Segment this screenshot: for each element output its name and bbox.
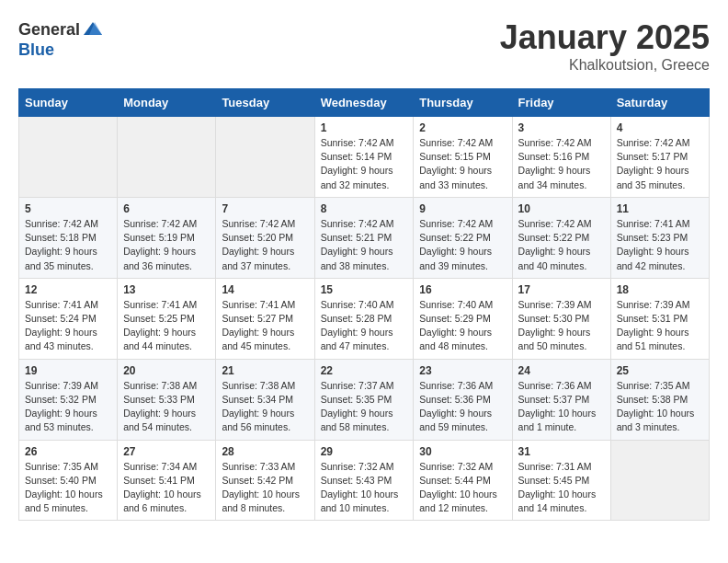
day-number: 20: [123, 364, 210, 377]
day-info: Sunrise: 7:42 AMSunset: 5:18 PMDaylight:…: [25, 217, 111, 273]
location: Khalkoutsion, Greece: [500, 57, 710, 74]
day-number: 3: [518, 121, 605, 134]
day-info: Sunrise: 7:42 AMSunset: 5:17 PMDaylight:…: [617, 136, 703, 192]
calendar-week-row: 1Sunrise: 7:42 AMSunset: 5:14 PMDaylight…: [19, 117, 710, 198]
day-info: Sunrise: 7:42 AMSunset: 5:14 PMDaylight:…: [321, 136, 408, 192]
day-info: Sunrise: 7:42 AMSunset: 5:20 PMDaylight:…: [222, 217, 308, 273]
calendar-cell: 6Sunrise: 7:42 AMSunset: 5:19 PMDaylight…: [118, 197, 216, 278]
calendar-cell: 13Sunrise: 7:41 AMSunset: 5:25 PMDayligh…: [118, 278, 216, 359]
calendar-week-row: 5Sunrise: 7:42 AMSunset: 5:18 PMDaylight…: [19, 197, 710, 278]
day-number: 18: [617, 283, 703, 296]
logo-general-text: General: [18, 20, 80, 40]
day-info: Sunrise: 7:42 AMSunset: 5:22 PMDaylight:…: [518, 217, 605, 273]
day-info: Sunrise: 7:39 AMSunset: 5:31 PMDaylight:…: [617, 298, 703, 354]
calendar-table: SundayMondayTuesdayWednesdayThursdayFrid…: [18, 88, 710, 521]
day-number: 19: [25, 364, 111, 377]
calendar-week-row: 12Sunrise: 7:41 AMSunset: 5:24 PMDayligh…: [19, 278, 710, 359]
calendar-cell: 17Sunrise: 7:39 AMSunset: 5:30 PMDayligh…: [512, 278, 610, 359]
day-number: 25: [617, 364, 703, 377]
day-number: 22: [321, 364, 408, 377]
calendar-cell: 21Sunrise: 7:38 AMSunset: 5:34 PMDayligh…: [216, 359, 314, 440]
day-info: Sunrise: 7:42 AMSunset: 5:16 PMDaylight:…: [518, 136, 605, 192]
day-number: 6: [123, 202, 210, 215]
day-info: Sunrise: 7:41 AMSunset: 5:25 PMDaylight:…: [123, 298, 210, 354]
day-number: 5: [25, 202, 111, 215]
day-number: 27: [123, 445, 210, 458]
logo-blue-text: Blue: [18, 40, 54, 60]
calendar-cell: 11Sunrise: 7:41 AMSunset: 5:23 PMDayligh…: [610, 197, 709, 278]
weekday-header-row: SundayMondayTuesdayWednesdayThursdayFrid…: [19, 89, 710, 117]
calendar-cell: 12Sunrise: 7:41 AMSunset: 5:24 PMDayligh…: [19, 278, 118, 359]
title-block: January 2025 Khalkoutsion, Greece: [500, 18, 710, 74]
weekday-header-monday: Monday: [118, 89, 216, 117]
day-number: 12: [25, 283, 111, 296]
calendar-cell: 7Sunrise: 7:42 AMSunset: 5:20 PMDaylight…: [216, 197, 314, 278]
day-number: 1: [321, 121, 408, 134]
calendar-cell: [19, 117, 118, 198]
calendar-cell: 5Sunrise: 7:42 AMSunset: 5:18 PMDaylight…: [19, 197, 118, 278]
day-number: 2: [419, 121, 506, 134]
day-number: 11: [617, 202, 703, 215]
weekday-header-saturday: Saturday: [610, 89, 709, 117]
day-number: 8: [321, 202, 408, 215]
calendar-cell: 30Sunrise: 7:32 AMSunset: 5:44 PMDayligh…: [414, 440, 512, 521]
calendar-cell: 27Sunrise: 7:34 AMSunset: 5:41 PMDayligh…: [118, 440, 216, 521]
day-number: 10: [518, 202, 605, 215]
day-info: Sunrise: 7:38 AMSunset: 5:34 PMDaylight:…: [222, 379, 308, 435]
calendar-cell: 31Sunrise: 7:31 AMSunset: 5:45 PMDayligh…: [512, 440, 610, 521]
day-info: Sunrise: 7:42 AMSunset: 5:22 PMDaylight:…: [419, 217, 506, 273]
day-info: Sunrise: 7:36 AMSunset: 5:37 PMDaylight:…: [518, 379, 605, 435]
calendar-cell: 25Sunrise: 7:35 AMSunset: 5:38 PMDayligh…: [610, 359, 709, 440]
day-info: Sunrise: 7:38 AMSunset: 5:33 PMDaylight:…: [123, 379, 210, 435]
day-info: Sunrise: 7:42 AMSunset: 5:21 PMDaylight:…: [321, 217, 408, 273]
calendar-cell: 3Sunrise: 7:42 AMSunset: 5:16 PMDaylight…: [512, 117, 610, 198]
calendar-cell: 18Sunrise: 7:39 AMSunset: 5:31 PMDayligh…: [610, 278, 709, 359]
day-info: Sunrise: 7:42 AMSunset: 5:19 PMDaylight:…: [123, 217, 210, 273]
day-info: Sunrise: 7:41 AMSunset: 5:24 PMDaylight:…: [25, 298, 111, 354]
calendar-cell: 23Sunrise: 7:36 AMSunset: 5:36 PMDayligh…: [414, 359, 512, 440]
calendar-cell: 8Sunrise: 7:42 AMSunset: 5:21 PMDaylight…: [314, 197, 414, 278]
day-info: Sunrise: 7:39 AMSunset: 5:30 PMDaylight:…: [518, 298, 605, 354]
page-header: General Blue January 2025 Khalkoutsion, …: [18, 18, 710, 74]
day-info: Sunrise: 7:40 AMSunset: 5:28 PMDaylight:…: [321, 298, 408, 354]
calendar-cell: 29Sunrise: 7:32 AMSunset: 5:43 PMDayligh…: [314, 440, 414, 521]
weekday-header-tuesday: Tuesday: [216, 89, 314, 117]
day-number: 26: [25, 445, 111, 458]
day-number: 14: [222, 283, 308, 296]
day-number: 4: [617, 121, 703, 134]
weekday-header-sunday: Sunday: [19, 89, 118, 117]
day-number: 15: [321, 283, 408, 296]
day-number: 28: [222, 445, 308, 458]
calendar-cell: [216, 117, 314, 198]
calendar-cell: [610, 440, 709, 521]
day-info: Sunrise: 7:41 AMSunset: 5:23 PMDaylight:…: [617, 217, 703, 273]
calendar-cell: 16Sunrise: 7:40 AMSunset: 5:29 PMDayligh…: [414, 278, 512, 359]
day-number: 21: [222, 364, 308, 377]
day-number: 13: [123, 283, 210, 296]
day-number: 9: [419, 202, 506, 215]
calendar-cell: 28Sunrise: 7:33 AMSunset: 5:42 PMDayligh…: [216, 440, 314, 521]
day-number: 16: [419, 283, 506, 296]
calendar-cell: 14Sunrise: 7:41 AMSunset: 5:27 PMDayligh…: [216, 278, 314, 359]
calendar-cell: [118, 117, 216, 198]
calendar-cell: 4Sunrise: 7:42 AMSunset: 5:17 PMDaylight…: [610, 117, 709, 198]
day-info: Sunrise: 7:34 AMSunset: 5:41 PMDaylight:…: [123, 460, 210, 516]
day-info: Sunrise: 7:32 AMSunset: 5:43 PMDaylight:…: [321, 460, 408, 516]
day-number: 23: [419, 364, 506, 377]
day-info: Sunrise: 7:36 AMSunset: 5:36 PMDaylight:…: [419, 379, 506, 435]
calendar-cell: 22Sunrise: 7:37 AMSunset: 5:35 PMDayligh…: [314, 359, 414, 440]
calendar-cell: 19Sunrise: 7:39 AMSunset: 5:32 PMDayligh…: [19, 359, 118, 440]
calendar-cell: 2Sunrise: 7:42 AMSunset: 5:15 PMDaylight…: [414, 117, 512, 198]
month-title: January 2025: [500, 18, 710, 57]
day-info: Sunrise: 7:31 AMSunset: 5:45 PMDaylight:…: [518, 460, 605, 516]
day-number: 29: [321, 445, 408, 458]
day-info: Sunrise: 7:35 AMSunset: 5:40 PMDaylight:…: [25, 460, 111, 516]
day-number: 7: [222, 202, 308, 215]
calendar-cell: 9Sunrise: 7:42 AMSunset: 5:22 PMDaylight…: [414, 197, 512, 278]
day-number: 31: [518, 445, 605, 458]
weekday-header-friday: Friday: [512, 89, 610, 117]
day-number: 17: [518, 283, 605, 296]
calendar-cell: 24Sunrise: 7:36 AMSunset: 5:37 PMDayligh…: [512, 359, 610, 440]
day-number: 30: [419, 445, 506, 458]
weekday-header-thursday: Thursday: [414, 89, 512, 117]
